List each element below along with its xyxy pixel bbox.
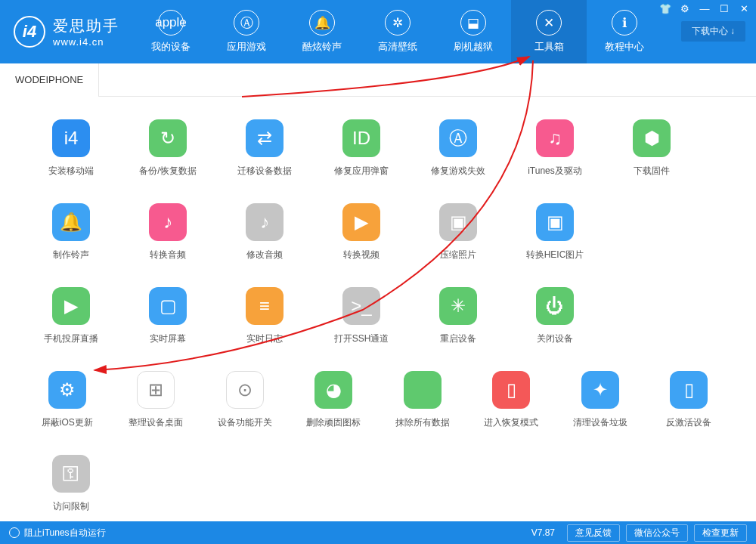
- tool-icon: ⊞: [137, 371, 175, 409]
- nav-label: 刷机越狱: [454, 40, 493, 54]
- tool-row: ⚿访问限制: [23, 455, 733, 513]
- tool-item[interactable]: ID修复应用弹窗: [313, 119, 410, 178]
- tshirt-icon[interactable]: 👕: [659, 3, 671, 14]
- update-button[interactable]: 检查更新: [694, 524, 747, 542]
- tool-label: 访问限制: [53, 500, 89, 513]
- tool-icon: ⏻: [536, 287, 574, 325]
- device-tab[interactable]: WODEIPHONE: [0, 63, 99, 97]
- tool-label: iTunes及驱动: [528, 165, 582, 178]
- tool-label: 清理设备垃圾: [573, 416, 627, 429]
- tool-label: 迁移设备数据: [237, 165, 292, 178]
- tool-item[interactable]: ⇄迁移设备数据: [216, 119, 313, 178]
- tool-item[interactable]: ▢实时屏幕: [119, 287, 216, 345]
- maximize-icon[interactable]: ☐: [718, 3, 730, 14]
- tool-label: 修复游戏失效: [431, 165, 485, 178]
- tool-label: 重启设备: [440, 332, 476, 345]
- tool-icon: ⚙: [48, 371, 86, 409]
- app-url: www.i4.cn: [53, 36, 119, 48]
- tool-item[interactable]: ◕删除顽固图标: [290, 371, 379, 429]
- tool-label: 抹除所有数据: [395, 416, 450, 429]
- tool-item[interactable]: >_打开SSH通道: [313, 287, 410, 345]
- nav-label: 我的设备: [151, 40, 191, 54]
- tool-icon: ♪: [246, 203, 284, 241]
- tool-item[interactable]: 抹除所有数据: [378, 371, 467, 429]
- tool-item[interactable]: ♫iTunes及驱动: [507, 119, 603, 178]
- tool-label: 关闭设备: [537, 332, 573, 345]
- tool-icon: ↻: [149, 119, 187, 157]
- tool-label: 压缩照片: [440, 249, 476, 261]
- bell-icon: 🔔: [309, 10, 335, 36]
- logo-icon: i4: [14, 16, 45, 48]
- tool-item[interactable]: ▶转换视频: [313, 203, 410, 261]
- tool-item[interactable]: Ⓐ修复游戏失效: [410, 119, 507, 178]
- minimize-icon[interactable]: —: [699, 3, 711, 14]
- tool-item[interactable]: ≡实时日志: [216, 287, 313, 345]
- nav-apple[interactable]: apple我的设备: [133, 0, 209, 63]
- settings-icon[interactable]: ⚙: [679, 3, 691, 14]
- tool-item[interactable]: ⊙设备功能开关: [200, 371, 290, 429]
- tool-item[interactable]: ▣压缩照片: [410, 203, 507, 261]
- device-tab-bar: WODEIPHONE: [0, 63, 756, 97]
- tool-icon: 🔔: [52, 203, 90, 241]
- nav-box[interactable]: ⬓刷机越狱: [435, 0, 511, 63]
- tool-item[interactable]: ⬢下载固件: [603, 119, 700, 178]
- tool-label: 手机投屏直播: [44, 332, 98, 345]
- tool-icon: >_: [342, 287, 380, 325]
- tool-icon: ▯: [670, 371, 708, 409]
- tool-label: 进入恢复模式: [484, 416, 538, 429]
- download-center-button[interactable]: 下载中心 ↓: [681, 21, 745, 42]
- tool-item[interactable]: ✦清理设备垃圾: [556, 371, 645, 429]
- flower-icon: ✲: [385, 10, 411, 36]
- apple-icon: apple: [158, 10, 184, 36]
- tool-item[interactable]: ⚿访问限制: [23, 455, 119, 513]
- tool-icon: ✦: [581, 371, 619, 409]
- header: i4 爱思助手 www.i4.cn apple我的设备Ⓐ应用游戏🔔酷炫铃声✲高清…: [0, 0, 756, 63]
- nav-i[interactable]: ℹ教程中心: [587, 0, 662, 63]
- tool-label: 修复应用弹窗: [334, 165, 389, 178]
- nav-bell[interactable]: 🔔酷炫铃声: [284, 0, 360, 63]
- tool-label: 制作铃声: [53, 249, 89, 261]
- tool-item[interactable]: 🔔制作铃声: [23, 203, 119, 261]
- tool-item[interactable]: ♪修改音频: [216, 203, 313, 261]
- tool-icon: ▶: [52, 287, 90, 325]
- nav-tools[interactable]: ✕工具箱: [511, 0, 587, 63]
- tool-item[interactable]: ▯反激活设备: [645, 371, 734, 429]
- tool-icon: ✳: [439, 287, 477, 325]
- tool-icon: i4: [52, 119, 90, 157]
- tool-label: 实时屏幕: [150, 332, 186, 345]
- tool-item[interactable]: ↻备份/恢复数据: [119, 119, 216, 178]
- tool-item[interactable]: i4安装移动端: [23, 119, 119, 178]
- tool-label: 转换视频: [343, 249, 380, 261]
- tool-icon: ⚿: [52, 455, 90, 493]
- tool-label: 转换音频: [150, 249, 186, 261]
- wechat-button[interactable]: 微信公众号: [626, 524, 688, 542]
- A-icon: Ⓐ: [234, 10, 259, 36]
- tool-item[interactable]: ▯进入恢复模式: [467, 371, 556, 429]
- nav-A[interactable]: Ⓐ应用游戏: [209, 0, 284, 63]
- tool-icon: Ⓐ: [439, 119, 477, 157]
- nav-flower[interactable]: ✲高清壁纸: [360, 0, 435, 63]
- tool-item[interactable]: ⏻关闭设备: [507, 287, 603, 345]
- tools-grid: i4安装移动端↻备份/恢复数据⇄迁移设备数据ID修复应用弹窗Ⓐ修复游戏失效♫iT…: [0, 97, 756, 544]
- tool-item[interactable]: ⚙屏蔽iOS更新: [23, 371, 112, 429]
- tool-row: 🔔制作铃声♪转换音频♪修改音频▶转换视频▣压缩照片▣转换HEIC图片: [23, 203, 733, 261]
- tool-item[interactable]: ♪转换音频: [119, 203, 216, 261]
- close-icon[interactable]: ✕: [738, 3, 750, 14]
- footer-status-text[interactable]: 阻止iTunes自动运行: [24, 527, 106, 539]
- tool-item[interactable]: ✳重启设备: [410, 287, 507, 345]
- tool-icon: ▢: [149, 287, 187, 325]
- nav-label: 工具箱: [534, 40, 564, 54]
- tool-item[interactable]: ▣转换HEIC图片: [507, 203, 603, 261]
- tool-icon: ⬢: [633, 119, 671, 157]
- tool-row: ⚙屏蔽iOS更新⊞整理设备桌面⊙设备功能开关◕删除顽固图标抹除所有数据▯进入恢复…: [23, 371, 733, 429]
- tool-icon: ◕: [314, 371, 352, 409]
- app-title: 爱思助手: [53, 16, 119, 36]
- tool-label: 下载固件: [634, 165, 670, 178]
- tool-icon: ≡: [246, 287, 284, 325]
- tool-item[interactable]: ▶手机投屏直播: [23, 287, 119, 345]
- tool-label: 实时日志: [246, 332, 283, 345]
- tool-item[interactable]: ⊞整理设备桌面: [112, 371, 201, 429]
- tool-icon: ⊙: [226, 371, 264, 409]
- feedback-button[interactable]: 意见反馈: [567, 524, 620, 542]
- tool-label: 备份/恢复数据: [139, 165, 196, 178]
